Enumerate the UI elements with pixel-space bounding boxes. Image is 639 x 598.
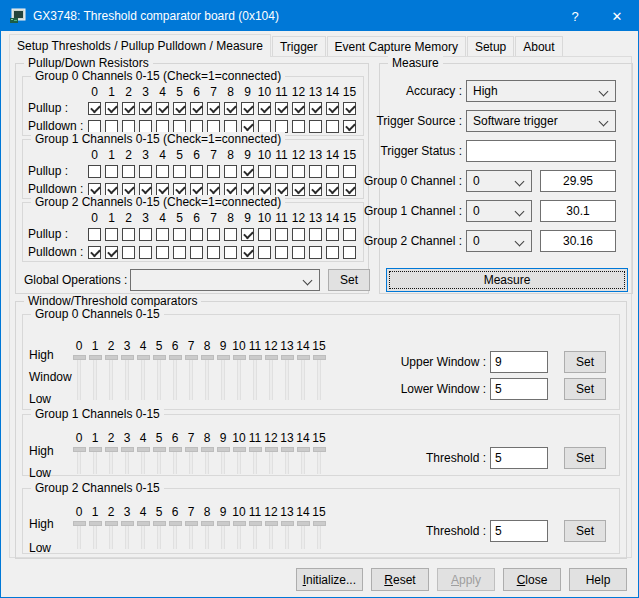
g0-pullup-ch14-checkbox[interactable] [326, 102, 339, 115]
g2-pulldown-ch9-checkbox[interactable] [241, 246, 254, 259]
g2-pulldown-ch6-checkbox[interactable] [190, 246, 203, 259]
g2-pulldown-ch11-checkbox[interactable] [275, 246, 288, 259]
g1-ch3-slider[interactable] [119, 447, 135, 474]
g0-pullup-ch0-checkbox[interactable] [88, 102, 101, 115]
g1-threshold-set-button[interactable]: Set [564, 447, 606, 469]
g0-pullup-ch12-checkbox[interactable] [292, 102, 305, 115]
g2-pullup-ch6-checkbox[interactable] [190, 228, 203, 241]
g1-pullup-ch8-checkbox[interactable] [224, 165, 237, 178]
g2-ch8-slider[interactable] [199, 521, 215, 549]
g0-pulldown-ch9-checkbox[interactable] [241, 120, 254, 133]
g0-pullup-ch9-checkbox[interactable] [241, 102, 254, 115]
g2-ch3-slider[interactable] [119, 521, 135, 549]
g1-pullup-ch9-checkbox[interactable] [241, 165, 254, 178]
g2-pullup-ch15-checkbox[interactable] [343, 228, 356, 241]
g1-ch12-slider[interactable] [263, 447, 279, 474]
g0-pulldown-ch0-checkbox[interactable] [88, 120, 101, 133]
group-0-channel-select[interactable]: 0 [466, 170, 532, 192]
g1-pullup-ch2-checkbox[interactable] [122, 165, 135, 178]
g0-ch11-slider[interactable] [247, 355, 263, 400]
g1-pullup-ch10-checkbox[interactable] [258, 165, 271, 178]
help-button[interactable]: Help [569, 568, 627, 591]
g1-ch13-slider[interactable] [279, 447, 295, 474]
g1-pulldown-ch0-checkbox[interactable] [88, 183, 101, 196]
g2-ch6-slider[interactable] [167, 521, 183, 549]
g1-ch10-slider[interactable] [231, 447, 247, 474]
g0-ch10-slider[interactable] [231, 355, 247, 400]
group-2-channel-select[interactable]: 0 [466, 230, 532, 252]
g1-ch6-slider[interactable] [167, 447, 183, 474]
tab-event-capture-memory[interactable]: Event Capture Memory [327, 36, 466, 56]
g0-pullup-ch4-checkbox[interactable] [156, 102, 169, 115]
g1-ch14-slider[interactable] [295, 447, 311, 474]
g2-pullup-ch9-checkbox[interactable] [241, 228, 254, 241]
g2-pulldown-ch2-checkbox[interactable] [122, 246, 135, 259]
group-1-reading-field[interactable] [540, 200, 616, 222]
measure-button[interactable]: Measure [386, 268, 628, 292]
trigger-status-field[interactable] [466, 140, 616, 162]
g0-pullup-ch6-checkbox[interactable] [190, 102, 203, 115]
tab-setup-thresholds-pullup-pulldown-measure[interactable]: Setup Thresholds / Pullup Pulldown / Mea… [9, 34, 271, 57]
g1-pullup-ch15-checkbox[interactable] [343, 165, 356, 178]
g0-ch15-slider[interactable] [311, 355, 327, 400]
accuracy-select[interactable]: High [466, 80, 616, 102]
g1-ch2-slider[interactable] [103, 447, 119, 474]
g1-ch15-slider[interactable] [311, 447, 327, 474]
g1-pullup-ch14-checkbox[interactable] [326, 165, 339, 178]
g2-pulldown-ch14-checkbox[interactable] [326, 246, 339, 259]
g0-pulldown-ch13-checkbox[interactable] [309, 120, 322, 133]
g0-pulldown-ch10-checkbox[interactable] [258, 120, 271, 133]
g0-pulldown-ch15-checkbox[interactable] [343, 120, 356, 133]
g2-ch10-slider[interactable] [231, 521, 247, 549]
g2-pulldown-ch5-checkbox[interactable] [173, 246, 186, 259]
g2-ch5-slider[interactable] [151, 521, 167, 549]
g1-ch0-slider[interactable] [71, 447, 87, 474]
g0-pullup-ch2-checkbox[interactable] [122, 102, 135, 115]
g1-pullup-ch12-checkbox[interactable] [292, 165, 305, 178]
g2-pulldown-ch7-checkbox[interactable] [207, 246, 220, 259]
g1-pullup-ch7-checkbox[interactable] [207, 165, 220, 178]
g0-pulldown-ch1-checkbox[interactable] [105, 120, 118, 133]
g1-pullup-ch4-checkbox[interactable] [156, 165, 169, 178]
g0-pulldown-ch14-checkbox[interactable] [326, 120, 339, 133]
g2-pulldown-ch13-checkbox[interactable] [309, 246, 322, 259]
close-button[interactable]: Close [503, 568, 561, 591]
tab-about[interactable]: About [515, 36, 562, 56]
apply-button[interactable]: Apply [437, 568, 495, 591]
g0-pulldown-ch11-checkbox[interactable] [275, 120, 288, 133]
g1-ch9-slider[interactable] [215, 447, 231, 474]
g2-pullup-ch2-checkbox[interactable] [122, 228, 135, 241]
g0-pulldown-ch3-checkbox[interactable] [139, 120, 152, 133]
g2-pullup-ch12-checkbox[interactable] [292, 228, 305, 241]
g2-pullup-ch0-checkbox[interactable] [88, 228, 101, 241]
g1-pulldown-ch15-checkbox[interactable] [343, 183, 356, 196]
g0-ch1-slider[interactable] [87, 355, 103, 400]
g2-ch0-slider[interactable] [71, 521, 87, 549]
g0-pulldown-ch8-checkbox[interactable] [224, 120, 237, 133]
g1-pulldown-ch9-checkbox[interactable] [241, 183, 254, 196]
g1-pullup-ch6-checkbox[interactable] [190, 165, 203, 178]
g1-pulldown-ch1-checkbox[interactable] [105, 183, 118, 196]
g2-ch9-slider[interactable] [215, 521, 231, 549]
g0-pullup-ch13-checkbox[interactable] [309, 102, 322, 115]
g1-ch1-slider[interactable] [87, 447, 103, 474]
g2-ch12-slider[interactable] [263, 521, 279, 549]
g2-threshold-set-button[interactable]: Set [564, 520, 606, 542]
g1-pulldown-ch5-checkbox[interactable] [173, 183, 186, 196]
g0-pullup-ch8-checkbox[interactable] [224, 102, 237, 115]
g1-pulldown-ch4-checkbox[interactable] [156, 183, 169, 196]
g2-pullup-ch1-checkbox[interactable] [105, 228, 118, 241]
g2-ch13-slider[interactable] [279, 521, 295, 549]
g1-pulldown-ch14-checkbox[interactable] [326, 183, 339, 196]
g2-pulldown-ch1-checkbox[interactable] [105, 246, 118, 259]
g2-pulldown-ch10-checkbox[interactable] [258, 246, 271, 259]
g2-pullup-ch10-checkbox[interactable] [258, 228, 271, 241]
g1-ch5-slider[interactable] [151, 447, 167, 474]
g2-ch7-slider[interactable] [183, 521, 199, 549]
g0-ch9-slider[interactable] [215, 355, 231, 400]
g0-pulldown-ch5-checkbox[interactable] [173, 120, 186, 133]
tab-trigger[interactable]: Trigger [272, 36, 326, 56]
help-button[interactable]: ? [554, 1, 596, 31]
g0-ch14-slider[interactable] [295, 355, 311, 400]
g1-pulldown-ch13-checkbox[interactable] [309, 183, 322, 196]
